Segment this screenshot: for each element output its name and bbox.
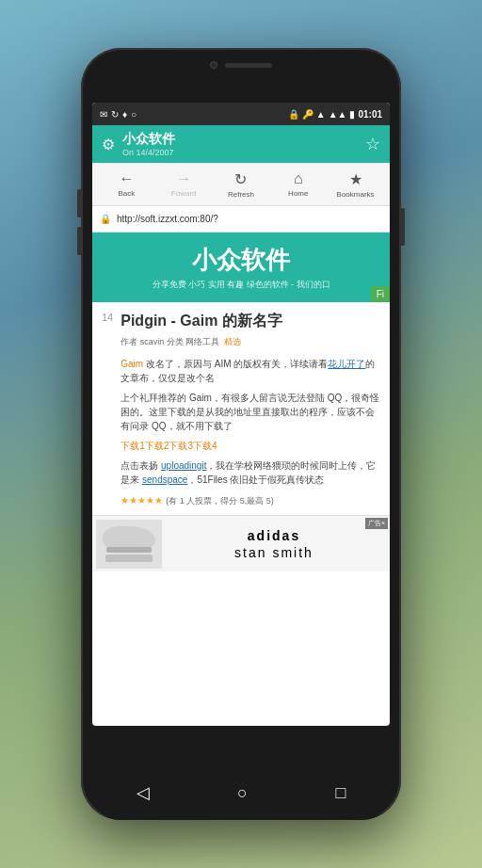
back-button[interactable]: ← Back <box>105 170 147 198</box>
forward-button[interactable]: → Foward <box>163 170 204 198</box>
ad-product-name: stan smith <box>234 545 313 560</box>
bookmarks-label: Bookmarks <box>337 190 375 199</box>
bottom-nav: ◁ ○ □ <box>92 765 390 820</box>
article-title: Pidgin - Gaim 的新名字 <box>120 310 380 332</box>
speaker <box>225 63 272 68</box>
article-meta: 作者 scavin 分类 网络工具 精选 <box>120 336 380 349</box>
download-link-3[interactable]: 下载3 <box>169 441 193 451</box>
browser-nav: ← Back → Foward ↻ Refresh ⌂ Home ★ Bookm… <box>92 163 390 206</box>
download-links: 下载1下载2下载3下载4 <box>120 439 380 453</box>
status-key: 🔑 <box>302 109 313 120</box>
system-recent-button[interactable]: □ <box>328 776 353 811</box>
ad-image <box>96 520 162 569</box>
app-subtitle: On 14/4/2007 <box>122 148 175 157</box>
adidas-logo: adidas <box>248 528 300 543</box>
home-icon: ⌂ <box>294 170 303 187</box>
phone-screen: ✉ ↻ ♦ ○ 🔒 🔑 ▲ ▲▲ ▮ 01:01 ⚙ 小众软件 On 14/4/… <box>92 103 390 726</box>
article-number: 14 <box>102 310 113 326</box>
gaim-ref[interactable]: Gaim <box>120 359 143 369</box>
stars: ★★★★★ <box>120 495 163 506</box>
find-button[interactable]: Fi <box>371 286 390 302</box>
status-time: 01:01 <box>358 109 382 120</box>
app-title: 小众软件 <box>122 131 175 148</box>
article-para-2: 上个礼拜推荐的 Gaim，有很多人留言说无法登陆 QQ，很奇怪困的。这里下载的是… <box>120 391 380 433</box>
site-title: 小众软件 <box>102 244 380 277</box>
download-link-1[interactable]: 下载1 <box>120 441 145 451</box>
uploadingit-link[interactable]: uploadingit <box>161 460 206 471</box>
status-icon-circle: ○ <box>131 109 137 120</box>
article-tag: 精选 <box>224 337 241 346</box>
app-titlebar: ⚙ 小众软件 On 14/4/2007 ☆ <box>92 125 390 163</box>
status-wifi: ▲ <box>316 109 326 120</box>
home-label: Home <box>288 189 308 198</box>
article-para-3: 点击表扬 uploadingit，我在学校网络猥琐的时候同时上传，它是来 sen… <box>120 458 380 487</box>
status-left-icons: ✉ ↻ ♦ ○ <box>100 109 137 120</box>
status-icon-location: ♦ <box>122 109 127 120</box>
bookmarks-icon: ★ <box>349 170 362 188</box>
article-rating: ★★★★★ (有 1 人投票，得分 5,最高 5) <box>120 492 380 508</box>
para1-text: 改名了，原因与 AIM 的版权有关，详续请看 <box>146 359 328 369</box>
download-link-2[interactable]: 下载2 <box>145 441 169 451</box>
star-icon[interactable]: ☆ <box>365 134 380 154</box>
web-content: 小众软件 分享免费 小巧 实用 有趣 绿色的软件 - 我们的口 Fi 14 Pi… <box>92 233 390 571</box>
ad-brand: adidas stan smith <box>162 528 386 560</box>
back-label: Back <box>118 189 135 198</box>
ad-close-label[interactable]: 广告× <box>365 518 388 529</box>
refresh-button[interactable]: ↻ Refresh <box>220 170 262 199</box>
status-lock: 🔒 <box>288 109 299 120</box>
phone-wrapper: ✉ ↻ ♦ ○ 🔒 🔑 ▲ ▲▲ ▮ 01:01 ⚙ 小众软件 On 14/4/… <box>81 48 401 820</box>
article-category[interactable]: 网络工具 <box>185 337 219 346</box>
ad-banner[interactable]: adidas stan smith 广告× <box>92 515 390 571</box>
flower-link[interactable]: 花儿开了 <box>328 359 365 369</box>
system-home-button[interactable]: ○ <box>230 776 255 811</box>
bookmarks-button[interactable]: ★ Bookmarks <box>335 170 377 199</box>
refresh-label: Refresh <box>228 190 254 199</box>
volume-button-1[interactable] <box>77 189 81 217</box>
article-para-1: Gaim 改名了，原因与 AIM 的版权有关，详续请看花儿开了的文章布，仅仅是改… <box>120 357 380 385</box>
front-camera <box>210 61 217 69</box>
status-icon-email: ✉ <box>100 109 107 120</box>
article-section: 14 Pidgin - Gaim 的新名字 作者 scavin 分类 网络工具 … <box>92 302 390 515</box>
site-subtitle: 分享免费 小巧 实用 有趣 绿色的软件 - 我们的口 <box>102 279 380 291</box>
volume-button-2[interactable] <box>77 227 81 255</box>
app-title-group: 小众软件 On 14/4/2007 <box>122 131 175 157</box>
status-icon-sync: ↻ <box>111 109 119 120</box>
article-author[interactable]: scavin <box>140 337 165 346</box>
gear-icon: ⚙ <box>102 136 115 153</box>
article-row: 14 Pidgin - Gaim 的新名字 作者 scavin 分类 网络工具 … <box>102 310 380 507</box>
system-back-button[interactable]: ◁ <box>129 775 157 811</box>
refresh-icon: ↻ <box>234 170 247 188</box>
home-button[interactable]: ⌂ Home <box>278 170 319 198</box>
app-titlebar-left: ⚙ 小众软件 On 14/4/2007 <box>102 131 175 157</box>
status-right-area: 🔒 🔑 ▲ ▲▲ ▮ 01:01 <box>288 109 382 120</box>
forward-label: Foward <box>171 189 197 198</box>
download-link-4[interactable]: 下载4 <box>193 441 217 451</box>
article-body-col: Pidgin - Gaim 的新名字 作者 scavin 分类 网络工具 精选 … <box>120 310 380 507</box>
phone-top-area <box>210 61 272 69</box>
status-battery: ▮ <box>349 109 355 120</box>
status-bar: ✉ ↻ ♦ ○ 🔒 🔑 ▲ ▲▲ ▮ 01:01 <box>92 103 390 125</box>
status-signal: ▲▲ <box>329 109 347 120</box>
forward-icon: → <box>176 170 191 187</box>
back-icon: ← <box>119 170 134 187</box>
sendspace-link[interactable]: sendspace <box>142 474 187 485</box>
url-lock-icon: 🔒 <box>100 214 111 224</box>
power-button[interactable] <box>401 208 405 246</box>
site-header: 小众软件 分享免费 小巧 实用 有趣 绿色的软件 - 我们的口 Fi <box>92 233 390 302</box>
rating-text: (有 1 人投票，得分 5,最高 5) <box>166 496 274 506</box>
article-body: Gaim 改名了，原因与 AIM 的版权有关，详续请看花儿开了的文章布，仅仅是改… <box>120 357 380 508</box>
url-bar[interactable]: 🔒 http://soft.izzxt.com:80/? <box>92 206 390 233</box>
url-text: http://soft.izzxt.com:80/? <box>117 214 382 224</box>
